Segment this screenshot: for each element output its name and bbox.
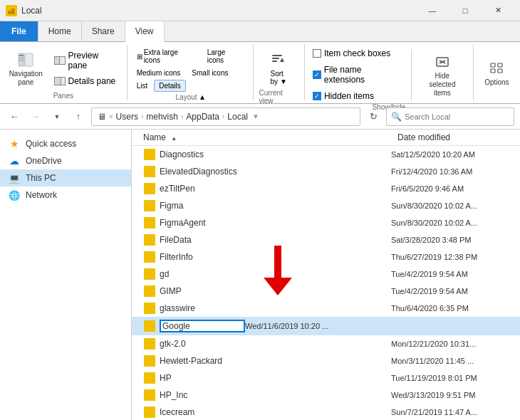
- rename-input[interactable]: [160, 320, 245, 332]
- folder-icon: [144, 183, 155, 194]
- hide-selected-items-button[interactable]: Hide selecteditems: [416, 46, 469, 103]
- file-date-modified: Thu/6/27/2019 12:38 PM: [391, 253, 519, 261]
- navigation-pane-icon: [16, 50, 36, 70]
- sidebar-item-onedrive[interactable]: ☁ OneDrive: [0, 152, 131, 169]
- path-appdata[interactable]: AppData: [186, 112, 219, 122]
- extra-large-icons-button[interactable]: ⊞Extra large icons: [132, 46, 201, 66]
- quick-access-icon: ★: [9, 138, 20, 149]
- folder-icon: [144, 338, 155, 350]
- file-date-modified: Tue/11/19/2019 8:01 PM: [391, 374, 519, 382]
- details-pane-label: Details pane: [68, 76, 116, 86]
- file-name-text: GIMP: [160, 286, 391, 296]
- folder-icon: [144, 166, 155, 177]
- table-row[interactable]: FigmaAgentSun/8/30/2020 10:02 A...: [132, 214, 520, 231]
- file-name-text: Diagnostics: [160, 149, 391, 159]
- search-box[interactable]: 🔍: [386, 107, 514, 126]
- table-row[interactable]: ElevatedDiagnosticsFri/12/4/2020 10:36 A…: [132, 163, 520, 180]
- preview-pane-label: Preview pane: [68, 51, 119, 70]
- forward-button[interactable]: →: [27, 108, 44, 125]
- column-date-modified[interactable]: Date modified: [392, 132, 520, 142]
- recent-locations-button[interactable]: ▼: [48, 108, 66, 125]
- table-row[interactable]: FilterInfoThu/6/27/2019 12:38 PM: [132, 248, 520, 266]
- hidden-items-checkbox[interactable]: ✓: [313, 92, 321, 100]
- file-date-modified: Sat/3/28/2020 3:48 PM: [391, 236, 519, 244]
- folder-icon: [144, 355, 155, 367]
- large-icons-button[interactable]: Large icons: [202, 46, 249, 66]
- table-row[interactable]: IcecreamSun/7/21/2019 11:47 A...: [132, 404, 520, 420]
- table-row[interactable]: Hewlett-PackardMon/3/11/2020 11:45 ...: [132, 352, 520, 369]
- item-check-boxes-checkbox[interactable]: [313, 49, 321, 58]
- table-row[interactable]: GIMPTue/4/2/2019 9:54 AM: [132, 283, 520, 300]
- path-users[interactable]: Users: [116, 112, 138, 122]
- file-name-text: FigmaAgent: [160, 218, 391, 228]
- onedrive-icon: ☁: [9, 155, 20, 167]
- table-row[interactable]: glasswireThu/6/4/2020 6:35 PM: [132, 300, 520, 317]
- search-input[interactable]: [405, 112, 509, 121]
- file-name-text: HP_Inc: [160, 390, 391, 400]
- table-row[interactable]: ezTiltPenFri/6/5/2020 9:46 AM: [132, 180, 520, 197]
- details-pane-button[interactable]: Details pane: [51, 74, 123, 88]
- path-mehvish[interactable]: mehvish: [146, 112, 178, 122]
- hidden-items-label: Hidden items: [324, 91, 374, 101]
- medium-icons-button[interactable]: Medium icons: [132, 67, 186, 79]
- table-row[interactable]: DiagnosticsSat/12/5/2020 10:20 AM: [132, 146, 520, 163]
- table-row[interactable]: HP_IncWed/3/13/2019 9:51 PM: [132, 387, 520, 404]
- this-pc-label: This PC: [26, 173, 56, 183]
- svg-rect-15: [498, 63, 502, 67]
- folder-icon: [144, 406, 155, 418]
- table-row[interactable]: gdTue/4/2/2019 9:54 AM: [132, 266, 520, 283]
- svg-rect-30: [145, 376, 154, 382]
- table-row[interactable]: gtk-2.0Mon/12/21/2020 10:31...: [132, 335, 520, 352]
- item-check-boxes-toggle[interactable]: Item check boxes: [309, 46, 407, 61]
- sidebar-item-this-pc[interactable]: 💻 This PC: [0, 169, 131, 187]
- table-row[interactable]: Wed/11/6/2019 10:20 ...: [132, 317, 520, 335]
- tab-file[interactable]: File: [0, 21, 38, 41]
- svg-rect-4: [19, 55, 24, 56]
- tab-share[interactable]: Share: [82, 21, 125, 41]
- file-name-text: ElevatedDiagnostics: [160, 167, 391, 177]
- table-row[interactable]: FileDataSat/3/28/2020 3:48 PM: [132, 231, 520, 248]
- column-name[interactable]: Name ▲: [132, 132, 392, 142]
- options-button[interactable]: Options: [479, 46, 514, 99]
- svg-rect-3: [25, 53, 33, 66]
- close-button[interactable]: ✕: [482, 0, 514, 21]
- minimize-button[interactable]: —: [416, 0, 449, 21]
- navigation-pane-button[interactable]: Navigationpane: [4, 46, 48, 90]
- tab-home[interactable]: Home: [38, 21, 82, 41]
- small-icons-label: Small icons: [192, 69, 228, 77]
- small-icons-button[interactable]: Small icons: [187, 67, 233, 79]
- file-name-text: gd: [160, 269, 391, 279]
- file-name-extensions-label: File name extensions: [324, 65, 403, 85]
- path-icon: 🖥: [98, 112, 106, 122]
- back-button[interactable]: ←: [6, 108, 23, 125]
- file-name-extensions-checkbox[interactable]: ✓: [313, 70, 321, 79]
- refresh-button[interactable]: ↻: [365, 108, 382, 125]
- file-date-modified: Wed/11/6/2019 10:20 ...: [245, 322, 373, 330]
- title-text: Local: [21, 6, 42, 16]
- name-sort-arrow: ▲: [171, 135, 177, 142]
- table-row[interactable]: HPTue/11/19/2019 8:01 PM: [132, 369, 520, 387]
- file-date-modified: Sun/8/30/2020 10:02 A...: [391, 201, 519, 210]
- hidden-items-toggle[interactable]: ✓ Hidden items: [309, 89, 407, 103]
- folder-icon: [144, 251, 155, 263]
- path-local[interactable]: Local: [227, 112, 248, 122]
- hide-selected-items-label: Hide selecteditems: [421, 72, 464, 98]
- file-name-extensions-toggle[interactable]: ✓ File name extensions: [309, 63, 407, 87]
- file-date-modified: Mon/12/21/2020 10:31...: [391, 340, 519, 348]
- list-button[interactable]: List: [132, 80, 153, 92]
- details-button[interactable]: Details: [154, 80, 186, 92]
- folder-icon: [144, 303, 155, 314]
- main-content: ★ Quick access ☁ OneDrive 💻 This PC 🌐 Ne…: [0, 130, 520, 420]
- table-row[interactable]: FigmaSun/8/30/2020 10:02 A...: [132, 197, 520, 214]
- maximize-button[interactable]: □: [449, 0, 482, 21]
- layout-expand-button[interactable]: ▴: [200, 92, 204, 102]
- sidebar-item-network[interactable]: 🌐 Network: [0, 187, 131, 204]
- address-path[interactable]: 🖥 « Users › mehvish › AppData › Local ▼: [91, 107, 360, 126]
- svg-rect-9: [272, 61, 277, 62]
- sidebar-item-quick-access[interactable]: ★ Quick access: [0, 135, 131, 152]
- tab-view[interactable]: View: [125, 21, 165, 42]
- up-button[interactable]: ↑: [70, 108, 87, 125]
- preview-pane-button[interactable]: Preview pane: [51, 48, 123, 73]
- file-name-text: FilterInfo: [160, 252, 391, 262]
- sort-by-button[interactable]: Sortby ▼: [262, 46, 295, 89]
